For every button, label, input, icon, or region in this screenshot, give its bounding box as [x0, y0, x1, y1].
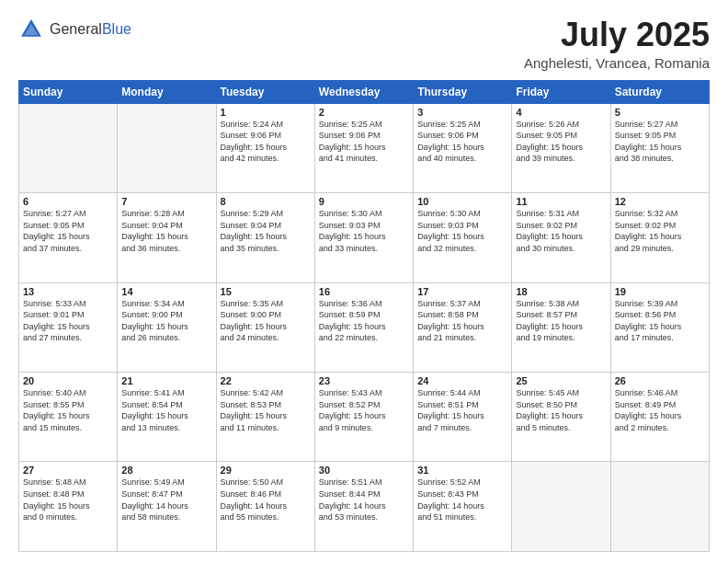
- logo-blue: Blue: [102, 21, 131, 37]
- day-number: 28: [121, 465, 211, 476]
- col-tuesday: Tuesday: [216, 80, 314, 103]
- day-info: Sunrise: 5:39 AMSunset: 8:56 PMDaylight:…: [615, 298, 705, 344]
- day-number: 14: [121, 286, 211, 297]
- day-info: Sunrise: 5:36 AMSunset: 8:59 PMDaylight:…: [319, 298, 409, 344]
- day-number: 13: [23, 286, 113, 297]
- calendar-table: Sunday Monday Tuesday Wednesday Thursday…: [18, 80, 710, 552]
- day-number: 31: [417, 465, 507, 476]
- week-row-2: 6Sunrise: 5:27 AMSunset: 9:05 PMDaylight…: [19, 193, 710, 282]
- cell-w1-d1: [19, 103, 118, 192]
- day-number: 23: [319, 375, 409, 386]
- day-number: 20: [23, 375, 113, 386]
- day-info: Sunrise: 5:30 AMSunset: 9:03 PMDaylight:…: [319, 208, 409, 254]
- day-info: Sunrise: 5:29 AMSunset: 9:04 PMDaylight:…: [221, 208, 311, 254]
- day-number: 25: [516, 375, 606, 386]
- day-number: 5: [615, 107, 705, 118]
- week-row-3: 13Sunrise: 5:33 AMSunset: 9:01 PMDayligh…: [19, 282, 710, 372]
- cell-w4-d4: 23Sunrise: 5:43 AMSunset: 8:52 PMDayligh…: [314, 373, 413, 462]
- day-number: 22: [221, 375, 311, 386]
- day-number: 3: [417, 107, 507, 118]
- day-info: Sunrise: 5:30 AMSunset: 9:03 PMDaylight:…: [417, 208, 507, 254]
- day-info: Sunrise: 5:33 AMSunset: 9:01 PMDaylight:…: [23, 298, 113, 344]
- calendar-header-row: Sunday Monday Tuesday Wednesday Thursday…: [19, 80, 710, 103]
- day-number: 24: [417, 375, 507, 386]
- cell-w3-d2: 14Sunrise: 5:34 AMSunset: 9:00 PMDayligh…: [118, 282, 216, 372]
- day-info: Sunrise: 5:28 AMSunset: 9:04 PMDaylight:…: [121, 208, 211, 254]
- col-wednesday: Wednesday: [314, 80, 413, 103]
- day-info: Sunrise: 5:38 AMSunset: 8:57 PMDaylight:…: [516, 298, 606, 344]
- day-number: 8: [221, 196, 311, 207]
- cell-w4-d7: 26Sunrise: 5:46 AMSunset: 8:49 PMDayligh…: [610, 373, 709, 462]
- day-number: 12: [615, 196, 705, 207]
- cell-w4-d3: 22Sunrise: 5:42 AMSunset: 8:53 PMDayligh…: [216, 373, 314, 462]
- cell-w5-d6: [512, 462, 610, 552]
- title-block: July 2025 Anghelesti, Vrancea, Romania: [524, 17, 710, 71]
- logo-icon: [18, 17, 44, 42]
- day-number: 1: [221, 107, 311, 118]
- day-info: Sunrise: 5:41 AMSunset: 8:54 PMDaylight:…: [121, 387, 211, 433]
- day-number: 6: [23, 196, 113, 207]
- cell-w3-d1: 13Sunrise: 5:33 AMSunset: 9:01 PMDayligh…: [19, 282, 118, 372]
- logo-general: General: [50, 21, 102, 37]
- logo: GeneralBlue: [18, 17, 131, 42]
- cell-w2-d6: 11Sunrise: 5:31 AMSunset: 9:02 PMDayligh…: [512, 193, 610, 282]
- day-number: 10: [417, 196, 507, 207]
- day-info: Sunrise: 5:48 AMSunset: 8:48 PMDaylight:…: [23, 477, 113, 523]
- day-info: Sunrise: 5:42 AMSunset: 8:53 PMDaylight:…: [221, 387, 311, 433]
- col-saturday: Saturday: [610, 80, 709, 103]
- day-info: Sunrise: 5:34 AMSunset: 9:00 PMDaylight:…: [121, 298, 211, 344]
- cell-w5-d3: 29Sunrise: 5:50 AMSunset: 8:46 PMDayligh…: [216, 462, 314, 552]
- cell-w5-d2: 28Sunrise: 5:49 AMSunset: 8:47 PMDayligh…: [118, 462, 216, 552]
- logo-text: GeneralBlue: [50, 21, 131, 38]
- day-number: 19: [615, 286, 705, 297]
- month-title: July 2025: [524, 17, 710, 53]
- day-number: 27: [23, 465, 113, 476]
- day-number: 11: [516, 196, 606, 207]
- day-number: 21: [121, 375, 211, 386]
- page: GeneralBlue July 2025 Anghelesti, Vrance…: [0, 0, 728, 563]
- day-info: Sunrise: 5:37 AMSunset: 8:58 PMDaylight:…: [417, 298, 507, 344]
- cell-w3-d4: 16Sunrise: 5:36 AMSunset: 8:59 PMDayligh…: [314, 282, 413, 372]
- day-info: Sunrise: 5:24 AMSunset: 9:06 PMDaylight:…: [221, 119, 311, 165]
- cell-w4-d5: 24Sunrise: 5:44 AMSunset: 8:51 PMDayligh…: [414, 373, 512, 462]
- cell-w3-d5: 17Sunrise: 5:37 AMSunset: 8:58 PMDayligh…: [414, 282, 512, 372]
- cell-w3-d7: 19Sunrise: 5:39 AMSunset: 8:56 PMDayligh…: [610, 282, 709, 372]
- day-info: Sunrise: 5:31 AMSunset: 9:02 PMDaylight:…: [516, 208, 606, 254]
- day-info: Sunrise: 5:51 AMSunset: 8:44 PMDaylight:…: [319, 477, 409, 523]
- day-number: 2: [319, 107, 409, 118]
- cell-w1-d3: 1Sunrise: 5:24 AMSunset: 9:06 PMDaylight…: [216, 103, 314, 192]
- cell-w4-d1: 20Sunrise: 5:40 AMSunset: 8:55 PMDayligh…: [19, 373, 118, 462]
- cell-w2-d7: 12Sunrise: 5:32 AMSunset: 9:02 PMDayligh…: [610, 193, 709, 282]
- day-info: Sunrise: 5:27 AMSunset: 9:05 PMDaylight:…: [615, 119, 705, 165]
- day-info: Sunrise: 5:32 AMSunset: 9:02 PMDaylight:…: [615, 208, 705, 254]
- col-monday: Monday: [118, 80, 216, 103]
- week-row-4: 20Sunrise: 5:40 AMSunset: 8:55 PMDayligh…: [19, 373, 710, 462]
- day-info: Sunrise: 5:49 AMSunset: 8:47 PMDaylight:…: [121, 477, 211, 523]
- day-number: 18: [516, 286, 606, 297]
- cell-w5-d4: 30Sunrise: 5:51 AMSunset: 8:44 PMDayligh…: [314, 462, 413, 552]
- cell-w2-d2: 7Sunrise: 5:28 AMSunset: 9:04 PMDaylight…: [118, 193, 216, 282]
- day-info: Sunrise: 5:26 AMSunset: 9:05 PMDaylight:…: [516, 119, 606, 165]
- day-info: Sunrise: 5:46 AMSunset: 8:49 PMDaylight:…: [615, 387, 705, 433]
- cell-w2-d1: 6Sunrise: 5:27 AMSunset: 9:05 PMDaylight…: [19, 193, 118, 282]
- cell-w5-d7: [610, 462, 709, 552]
- col-sunday: Sunday: [19, 80, 118, 103]
- cell-w3-d3: 15Sunrise: 5:35 AMSunset: 9:00 PMDayligh…: [216, 282, 314, 372]
- day-info: Sunrise: 5:50 AMSunset: 8:46 PMDaylight:…: [221, 477, 311, 523]
- cell-w2-d5: 10Sunrise: 5:30 AMSunset: 9:03 PMDayligh…: [414, 193, 512, 282]
- day-info: Sunrise: 5:27 AMSunset: 9:05 PMDaylight:…: [23, 208, 113, 254]
- cell-w2-d4: 9Sunrise: 5:30 AMSunset: 9:03 PMDaylight…: [314, 193, 413, 282]
- cell-w4-d2: 21Sunrise: 5:41 AMSunset: 8:54 PMDayligh…: [118, 373, 216, 462]
- cell-w1-d5: 3Sunrise: 5:25 AMSunset: 9:06 PMDaylight…: [414, 103, 512, 192]
- day-number: 17: [417, 286, 507, 297]
- day-number: 9: [319, 196, 409, 207]
- header: GeneralBlue July 2025 Anghelesti, Vrance…: [18, 17, 710, 71]
- day-number: 4: [516, 107, 606, 118]
- day-info: Sunrise: 5:35 AMSunset: 9:00 PMDaylight:…: [221, 298, 311, 344]
- day-info: Sunrise: 5:45 AMSunset: 8:50 PMDaylight:…: [516, 387, 606, 433]
- week-row-5: 27Sunrise: 5:48 AMSunset: 8:48 PMDayligh…: [19, 462, 710, 552]
- day-info: Sunrise: 5:52 AMSunset: 8:43 PMDaylight:…: [417, 477, 507, 523]
- day-number: 16: [319, 286, 409, 297]
- col-thursday: Thursday: [414, 80, 512, 103]
- cell-w5-d1: 27Sunrise: 5:48 AMSunset: 8:48 PMDayligh…: [19, 462, 118, 552]
